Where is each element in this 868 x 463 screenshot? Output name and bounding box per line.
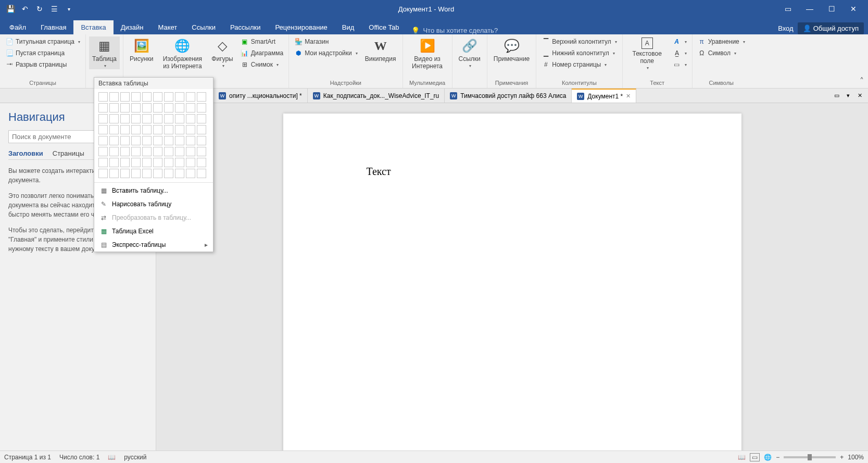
grid-cell[interactable]	[120, 103, 130, 112]
grid-cell[interactable]	[153, 136, 162, 145]
dropcap-button[interactable]: A̲▾	[671, 48, 689, 58]
grid-cell[interactable]	[120, 158, 130, 167]
close-tab-icon[interactable]: ✕	[626, 93, 631, 99]
proofing-icon[interactable]: 📖	[108, 454, 116, 461]
header-button[interactable]: ▔Верхний колонтитул▾	[539, 36, 619, 47]
grid-cell[interactable]	[109, 114, 119, 123]
grid-cell[interactable]	[175, 92, 184, 102]
grid-cell[interactable]	[120, 169, 130, 178]
pictures-button[interactable]: 🖼️Рисунки	[127, 36, 156, 64]
grid-cell[interactable]	[131, 92, 141, 102]
grid-cell[interactable]	[175, 114, 184, 123]
page-indicator[interactable]: Страница 1 из 1	[4, 454, 51, 461]
grid-cell[interactable]	[142, 114, 152, 123]
read-mode-icon[interactable]: 📖	[738, 454, 746, 461]
object-button[interactable]: ▭▾	[671, 59, 689, 70]
comment-button[interactable]: 💬Примечание	[490, 36, 533, 64]
grid-cell[interactable]	[98, 147, 108, 156]
grid-cell[interactable]	[109, 125, 119, 134]
grid-cell[interactable]	[197, 125, 206, 134]
grid-cell[interactable]	[109, 92, 119, 102]
zoom-out-icon[interactable]: −	[776, 454, 779, 461]
grid-cell[interactable]	[186, 125, 195, 134]
document-page[interactable]: Текст	[283, 114, 741, 451]
table-button[interactable]: ▦ Таблица ▾	[89, 36, 120, 69]
online-pictures-button[interactable]: 🌐Изображения из Интернета	[158, 36, 206, 71]
grid-cell[interactable]	[120, 92, 130, 102]
word-count[interactable]: Число слов: 1	[59, 454, 99, 461]
grid-cell[interactable]	[142, 169, 152, 178]
insert-table-item[interactable]: ▦Вставить таблицу...	[94, 184, 213, 197]
store-button[interactable]: 🏪Магазин	[292, 36, 360, 47]
minimize-icon[interactable]: —	[799, 3, 820, 15]
tab-home[interactable]: Главная	[33, 20, 73, 34]
links-button[interactable]: 🔗Ссылки▾	[456, 36, 484, 69]
grid-cell[interactable]	[164, 114, 173, 123]
grid-cell[interactable]	[153, 92, 162, 102]
tab-file[interactable]: Файл	[2, 20, 33, 34]
grid-cell[interactable]	[98, 103, 108, 112]
grid-cell[interactable]	[186, 169, 195, 178]
grid-cell[interactable]	[98, 114, 108, 123]
grid-cell[interactable]	[142, 158, 152, 167]
grid-cell[interactable]	[153, 103, 162, 112]
navtab-headings[interactable]: Заголовки	[8, 149, 43, 157]
grid-cell[interactable]	[109, 136, 119, 145]
chart-button[interactable]: 📊Диаграмма	[238, 48, 285, 58]
wikipedia-button[interactable]: WВикипедия	[362, 36, 399, 64]
document-area[interactable]: Текст	[156, 103, 868, 451]
grid-cell[interactable]	[109, 147, 119, 156]
textbox-button[interactable]: AТекстовое поле▾	[626, 36, 669, 71]
grid-cell[interactable]	[131, 158, 141, 167]
grid-cell[interactable]	[120, 125, 130, 134]
grid-cell[interactable]	[164, 92, 173, 102]
grid-cell[interactable]	[197, 92, 206, 102]
grid-cell[interactable]	[186, 147, 195, 156]
grid-cell[interactable]	[186, 103, 195, 112]
zoom-value[interactable]: 100%	[848, 454, 864, 461]
grid-cell[interactable]	[164, 125, 173, 134]
grid-cell[interactable]	[186, 114, 195, 123]
grid-cell[interactable]	[164, 136, 173, 145]
grid-cell[interactable]	[142, 147, 152, 156]
grid-cell[interactable]	[142, 103, 152, 112]
screenshot-button[interactable]: ⊞Снимок▾	[238, 59, 285, 70]
grid-cell[interactable]	[186, 136, 195, 145]
redo-icon[interactable]: ↻	[33, 3, 46, 15]
zoom-in-icon[interactable]: +	[840, 454, 844, 461]
grid-cell[interactable]	[153, 114, 162, 123]
quick-tables-item[interactable]: ▤Экспресс-таблицы▸	[94, 238, 213, 252]
grid-cell[interactable]	[175, 169, 184, 178]
page-break-button[interactable]: ⭲Разрыв страницы	[3, 59, 69, 70]
ribbon-options-icon[interactable]: ▭	[777, 3, 798, 15]
grid-cell[interactable]	[175, 158, 184, 167]
grid-cell[interactable]	[175, 125, 184, 134]
grid-cell[interactable]	[109, 169, 119, 178]
grid-cell[interactable]	[120, 147, 130, 156]
tab-references[interactable]: Ссылки	[184, 20, 223, 34]
grid-cell[interactable]	[197, 147, 206, 156]
grid-cell[interactable]	[153, 125, 162, 134]
grid-cell[interactable]	[120, 136, 130, 145]
grid-cell[interactable]	[142, 125, 152, 134]
page-number-button[interactable]: #Номер страницы▾	[539, 59, 609, 70]
grid-cell[interactable]	[131, 169, 141, 178]
smartart-button[interactable]: ▣SmartArt	[238, 36, 285, 47]
navtab-pages[interactable]: Страницы	[53, 149, 84, 157]
grid-cell[interactable]	[153, 169, 162, 178]
new-tab-icon[interactable]: ▭	[832, 91, 842, 101]
grid-cell[interactable]	[109, 103, 119, 112]
grid-cell[interactable]	[197, 136, 206, 145]
grid-cell[interactable]	[197, 114, 206, 123]
tab-review[interactable]: Рецензирование	[268, 20, 334, 34]
undo-icon[interactable]: ↶	[19, 3, 31, 15]
grid-cell[interactable]	[175, 136, 184, 145]
grid-cell[interactable]	[131, 103, 141, 112]
grid-cell[interactable]	[186, 158, 195, 167]
footer-button[interactable]: ▁Нижний колонтитул▾	[539, 48, 617, 58]
tab-officetab[interactable]: Office Tab	[361, 20, 406, 34]
grid-cell[interactable]	[164, 158, 173, 167]
cover-page-button[interactable]: 📄Титульная страница▾	[3, 36, 82, 47]
save-icon[interactable]: 💾	[4, 3, 17, 15]
grid-cell[interactable]	[120, 114, 130, 123]
